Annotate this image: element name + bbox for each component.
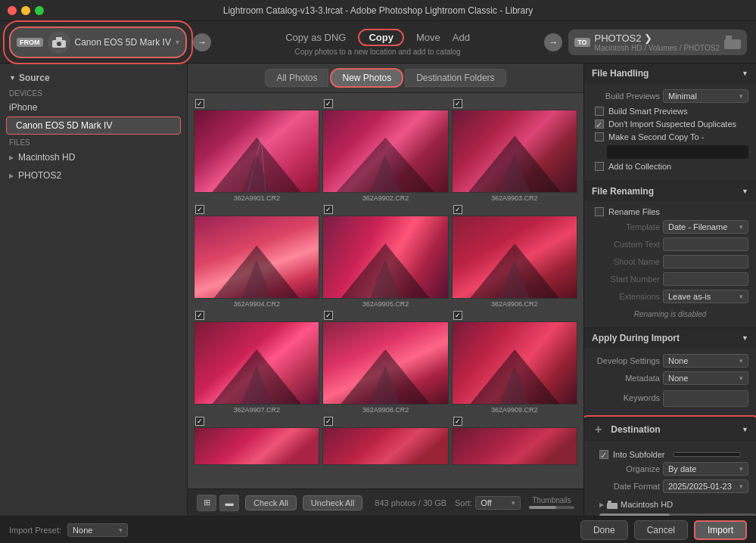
into-subfolder-checkbox[interactable]: ✓ (599, 450, 608, 459)
done-button[interactable]: Done (580, 520, 628, 540)
photo-checkbox[interactable]: ✓ (453, 417, 462, 426)
extensions-dropdown[interactable]: Leave as-is ▾ (663, 290, 748, 303)
copy-as-dng-action[interactable]: Copy as DNG (285, 32, 346, 43)
grid-view-button[interactable]: ⊞ (197, 495, 216, 511)
photo-checkbox[interactable]: ✓ (453, 205, 462, 214)
build-smart-previews-row: Build Smart Previews (592, 107, 748, 116)
photo-filename: 362A9908.CR2 (362, 406, 409, 414)
develop-settings-label: Develop Settings (592, 356, 660, 365)
check-all-button[interactable]: Check All (245, 495, 297, 510)
import-actions-center: Copy as DNG Copy Move Add Copy photos to… (217, 29, 538, 56)
svg-rect-3 (724, 39, 741, 49)
photo-checkbox[interactable]: ✓ (195, 99, 204, 108)
dest-folder-macintosh: ▶ Macintosh HD (592, 497, 748, 512)
second-copy-path (607, 145, 748, 159)
apply-during-import-header[interactable]: Apply During Import ▼ (584, 328, 756, 348)
custom-text-label: Custom Text (592, 240, 660, 249)
subfolder-name-input[interactable] (673, 452, 742, 457)
start-number-label: Start Number (592, 275, 660, 284)
cancel-button[interactable]: Cancel (634, 520, 688, 540)
keywords-input[interactable] (663, 390, 748, 407)
sort-dropdown[interactable]: Off ▾ (475, 496, 521, 510)
bottom-actions: Check All Uncheck All (245, 495, 362, 510)
sidebar-item-canon[interactable]: Canon EOS 5D Mark IV (6, 116, 181, 135)
minimize-button[interactable] (21, 6, 30, 15)
photo-checkbox[interactable]: ✓ (324, 99, 333, 108)
list-view-button[interactable]: ▬ (219, 495, 239, 511)
fullscreen-button[interactable] (35, 6, 44, 15)
triangle-icon-2: ▶ (9, 172, 14, 179)
destination-header[interactable]: + Destination ▼ (584, 418, 756, 441)
svg-marker-10 (468, 136, 561, 192)
sidebar-folder-photos2[interactable]: ▶ PHOTOS2 (0, 166, 187, 185)
move-action[interactable]: Move (416, 32, 440, 43)
no-duplicates-checkbox[interactable]: ✓ (595, 119, 604, 129)
date-format-dropdown[interactable]: 2025/2025-01-23 ▾ (663, 479, 748, 493)
second-copy-checkbox[interactable] (595, 132, 604, 141)
no-duplicates-row: ✓ Don't Import Suspected Duplicates (592, 119, 748, 129)
list-item: ✓ 362A9901.CR2 (194, 99, 319, 202)
metadata-dropdown[interactable]: None ▾ (663, 371, 748, 385)
source-arrow-button[interactable]: → (193, 33, 211, 51)
photo-checkbox[interactable]: ✓ (453, 311, 462, 320)
extensions-row: Extensions Leave as-is ▾ (592, 290, 748, 303)
photo-checkbox[interactable]: ✓ (195, 205, 204, 214)
file-renaming-content: Rename Files Template Date - Filename ▾ … (584, 201, 756, 327)
add-action[interactable]: Add (453, 32, 470, 43)
import-button[interactable]: Import (694, 520, 747, 540)
from-label: FROM (17, 38, 43, 47)
template-dropdown[interactable]: Date - Filename ▾ (663, 220, 748, 234)
bottom-bar: ⊞ ▬ Check All Uncheck All 843 photos / 3… (188, 489, 583, 516)
rename-files-checkbox[interactable] (595, 207, 604, 216)
photo-filename: 362A9905.CR2 (362, 300, 409, 308)
build-smart-previews-checkbox[interactable] (595, 107, 604, 116)
build-previews-dropdown[interactable]: Minimal ▾ (663, 89, 748, 103)
metadata-row: Metadata None ▾ (592, 371, 748, 385)
photo-filename: 362A9907.CR2 (233, 406, 280, 414)
dest-arrow-button[interactable]: → (544, 33, 562, 51)
close-button[interactable] (8, 6, 17, 15)
view-buttons: ⊞ ▬ (197, 495, 239, 511)
sidebar-folder-macintosh[interactable]: ▶ Macintosh HD (0, 148, 187, 166)
sidebar-item-iphone[interactable]: iPhone (0, 99, 187, 116)
photo-count: 843 photos / 30 GB (375, 498, 446, 507)
tab-new-photos[interactable]: New Photos (330, 68, 403, 88)
main-layout: ▼ Source Devices iPhone Canon EOS 5D Mar… (0, 64, 756, 516)
photo-checkbox[interactable]: ✓ (324, 311, 333, 320)
add-to-collection-checkbox[interactable] (595, 162, 604, 171)
file-handling-section: File Handling ▼ Build Previews Minimal ▾… (584, 64, 756, 182)
photo-filename: 362A9909.CR2 (491, 406, 538, 414)
list-item: ✓ 362A9908.CR2 (322, 311, 448, 414)
tab-all-photos[interactable]: All Photos (265, 69, 328, 87)
shoot-name-input[interactable] (663, 255, 748, 268)
copy-action[interactable]: Copy (358, 29, 404, 46)
custom-text-input[interactable] (663, 237, 748, 251)
file-handling-header[interactable]: File Handling ▼ (584, 64, 756, 83)
photo-checkbox[interactable]: ✓ (324, 205, 333, 214)
svg-rect-2 (56, 37, 62, 40)
start-number-input[interactable] (663, 272, 748, 286)
files-subsection: Files (0, 135, 187, 148)
disk-usage-bar (599, 514, 756, 516)
dest-badge: TO PHOTOS2 ❯ Macintosh HD / Volumes / PH… (568, 29, 747, 55)
chevron-down-icon: ▼ (742, 188, 748, 195)
photo-checkbox[interactable]: ✓ (453, 99, 462, 108)
uncheck-all-button[interactable]: Uncheck All (303, 495, 362, 510)
list-item: ✓ 362A9904.CR2 (194, 205, 319, 308)
chevron-down-icon: ▼ (742, 426, 748, 433)
destination-plus-button[interactable]: + (592, 423, 605, 436)
thumbnail-size-slider[interactable] (529, 506, 574, 509)
organize-dropdown[interactable]: By date ▾ (663, 462, 748, 476)
photo-checkbox[interactable]: ✓ (324, 417, 333, 426)
chevron-down-icon: ▼ (742, 334, 748, 342)
photo-checkbox[interactable]: ✓ (195, 417, 204, 426)
develop-settings-dropdown[interactable]: None ▾ (663, 354, 748, 368)
import-preset-dropdown[interactable]: None ▾ (67, 523, 128, 537)
list-item: ✓ 362A9909.CR2 (452, 311, 577, 414)
dest-folder-name: Macintosh HD (621, 500, 673, 509)
tab-destination-folders[interactable]: Destination Folders (405, 69, 506, 87)
shoot-name-label: Shoot Name (592, 257, 660, 266)
file-renaming-header[interactable]: File Renaming ▼ (584, 182, 756, 201)
photo-checkbox[interactable]: ✓ (195, 311, 204, 320)
list-item: ✓ (194, 417, 319, 465)
